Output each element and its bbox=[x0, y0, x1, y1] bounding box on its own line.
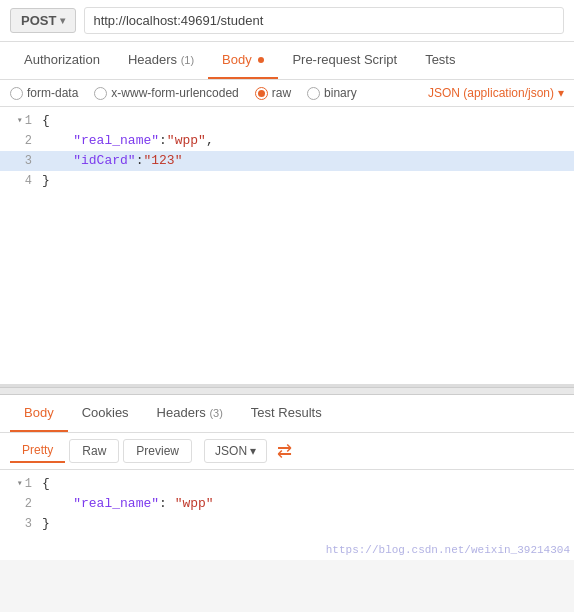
resp-line-2: 2 "real_name": "wpp" bbox=[0, 494, 574, 514]
resp-preview-btn[interactable]: Preview bbox=[123, 439, 192, 463]
body-options-bar: form-data x-www-form-urlencoded raw bina… bbox=[0, 80, 574, 107]
body-dot bbox=[258, 57, 264, 63]
line-num-3: 3 bbox=[0, 151, 36, 171]
line-num-4: 4 bbox=[0, 171, 36, 191]
top-bar: POST ▾ bbox=[0, 0, 574, 42]
resp-tab-test-results[interactable]: Test Results bbox=[237, 395, 336, 432]
resp-tab-body[interactable]: Body bbox=[10, 395, 68, 432]
line-num-1: ▾ 1 bbox=[0, 111, 36, 131]
resp-tab-cookies[interactable]: Cookies bbox=[68, 395, 143, 432]
resp-line-1: ▾ 1 { bbox=[0, 474, 574, 494]
method-dropdown[interactable]: POST ▾ bbox=[10, 8, 76, 33]
resp-line-num-2: 2 bbox=[0, 494, 36, 514]
code-line-4: 4 } bbox=[0, 171, 574, 191]
format-selector[interactable]: JSON (application/json) ▾ bbox=[428, 86, 564, 100]
tab-tests[interactable]: Tests bbox=[411, 42, 469, 79]
tab-body[interactable]: Body bbox=[208, 42, 278, 79]
resp-line-num-3: 3 bbox=[0, 514, 36, 534]
option-form-data[interactable]: form-data bbox=[10, 86, 78, 100]
tab-authorization[interactable]: Authorization bbox=[10, 42, 114, 79]
response-tabs: Body Cookies Headers (3) Test Results bbox=[0, 395, 574, 433]
format-chevron: ▾ bbox=[558, 86, 564, 100]
resp-format-chevron: ▾ bbox=[250, 444, 256, 458]
radio-form-data bbox=[10, 87, 23, 100]
code-line-3: 3 "idCard":"123" bbox=[0, 151, 574, 171]
section-separator bbox=[0, 387, 574, 395]
tab-headers[interactable]: Headers (1) bbox=[114, 42, 208, 79]
request-code-editor[interactable]: ▾ 1 { 2 "real_name":"wpp", 3 "idCard":"1… bbox=[0, 107, 574, 387]
watermark: https://blog.csdn.net/weixin_39214304 bbox=[326, 544, 570, 556]
option-binary[interactable]: binary bbox=[307, 86, 357, 100]
option-raw[interactable]: raw bbox=[255, 86, 291, 100]
wrap-icon[interactable]: ⇄ bbox=[277, 440, 292, 462]
method-chevron: ▾ bbox=[60, 15, 65, 26]
url-input[interactable] bbox=[84, 7, 564, 34]
response-code-area: ▾ 1 { 2 "real_name": "wpp" 3 } https://b… bbox=[0, 470, 574, 560]
method-label: POST bbox=[21, 13, 56, 28]
tab-prerequest[interactable]: Pre-request Script bbox=[278, 42, 411, 79]
option-urlencoded[interactable]: x-www-form-urlencoded bbox=[94, 86, 238, 100]
radio-raw bbox=[255, 87, 268, 100]
code-line-1: ▾ 1 { bbox=[0, 111, 574, 131]
code-line-2: 2 "real_name":"wpp", bbox=[0, 131, 574, 151]
resp-line-num-1: ▾ 1 bbox=[0, 474, 36, 494]
resp-pretty-btn[interactable]: Pretty bbox=[10, 439, 65, 463]
response-toolbar: Pretty Raw Preview JSON ▾ ⇄ bbox=[0, 433, 574, 470]
radio-urlencoded bbox=[94, 87, 107, 100]
line-num-2: 2 bbox=[0, 131, 36, 151]
resp-raw-btn[interactable]: Raw bbox=[69, 439, 119, 463]
resp-format-btn[interactable]: JSON ▾ bbox=[204, 439, 267, 463]
resp-line-3: 3 } bbox=[0, 514, 574, 534]
request-tabs: Authorization Headers (1) Body Pre-reque… bbox=[0, 42, 574, 80]
radio-binary bbox=[307, 87, 320, 100]
resp-tab-headers[interactable]: Headers (3) bbox=[143, 395, 237, 432]
